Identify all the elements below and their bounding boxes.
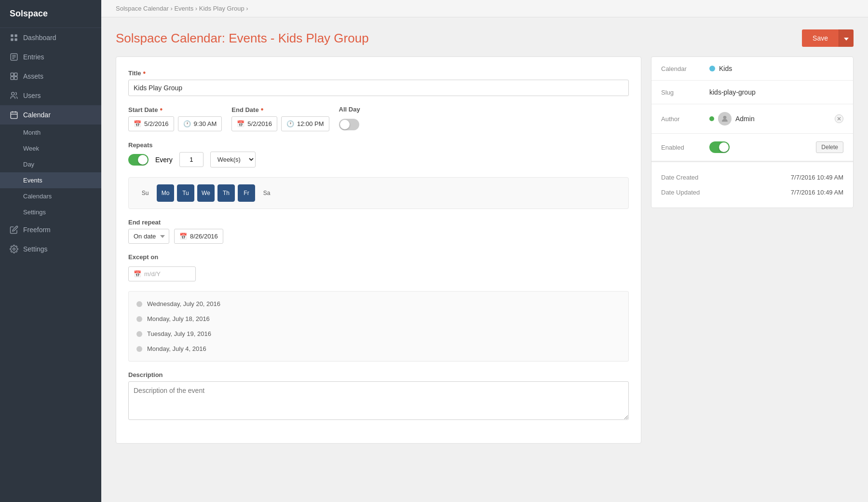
svg-rect-8 bbox=[11, 73, 14, 76]
repeats-toggle-knob bbox=[138, 155, 148, 165]
assets-icon bbox=[10, 72, 18, 81]
svg-rect-10 bbox=[11, 77, 14, 80]
exception-list: Wednesday, July 20, 2016 Monday, July 18… bbox=[128, 291, 629, 362]
svg-point-12 bbox=[12, 92, 14, 95]
sidebar-item-assets-label: Assets bbox=[23, 72, 43, 80]
slug-value: kids-play-group bbox=[709, 88, 843, 96]
end-repeat-date-value: 8/26/2016 bbox=[190, 233, 218, 240]
sidebar-item-calendar-label: Calendar bbox=[23, 111, 51, 119]
breadcrumb-part-1[interactable]: Solspace Calendar bbox=[116, 5, 169, 12]
side-row-slug: Slug kids-play-group bbox=[651, 81, 853, 104]
sidebar-item-calendar[interactable]: Calendar bbox=[0, 105, 101, 125]
svg-rect-13 bbox=[11, 112, 17, 119]
exception-date-0: Wednesday, July 20, 2016 bbox=[147, 300, 220, 307]
day-btn-tu[interactable]: Tu bbox=[177, 184, 194, 202]
repeats-row: Every Week(s) Day(s) Month(s) Year(s) bbox=[128, 152, 629, 167]
end-repeat-field-group: End repeat On date Never After 📅 8/26/20… bbox=[128, 219, 629, 244]
chevron-down-icon bbox=[844, 38, 849, 41]
end-date-field[interactable]: 📅 5/2/2016 bbox=[231, 116, 277, 131]
calendar-end-icon: 📅 bbox=[179, 233, 187, 240]
end-repeat-select[interactable]: On date Never After bbox=[128, 229, 169, 244]
svg-rect-2 bbox=[11, 39, 13, 41]
date-updated-value: 7/7/2016 10:49 AM bbox=[791, 189, 843, 196]
frequency-select[interactable]: Week(s) Day(s) Month(s) Year(s) bbox=[210, 152, 256, 167]
sidebar-item-freeform-label: Freeform bbox=[23, 226, 51, 234]
start-time-field[interactable]: 🕐 9:30 AM bbox=[178, 116, 222, 131]
day-btn-sa[interactable]: Sa bbox=[258, 184, 275, 202]
description-textarea[interactable] bbox=[128, 381, 629, 420]
calendar-icon bbox=[10, 111, 18, 119]
save-dropdown-arrow[interactable] bbox=[839, 29, 854, 47]
enabled-toggle[interactable] bbox=[709, 141, 730, 153]
side-panel: Calendar Kids Slug kids-play-group Autho… bbox=[651, 56, 854, 208]
sidebar-item-dashboard[interactable]: Dashboard bbox=[0, 28, 101, 47]
day-btn-th[interactable]: Th bbox=[217, 184, 235, 202]
every-input[interactable] bbox=[179, 152, 203, 167]
end-time-value: 12:00 PM bbox=[297, 120, 324, 127]
start-time-value: 9:30 AM bbox=[194, 120, 217, 127]
sidebar-item-assets[interactable]: Assets bbox=[0, 67, 101, 86]
day-btn-su[interactable]: Su bbox=[136, 184, 154, 202]
page-title: Solspace Calendar: Events - Kids Play Gr… bbox=[116, 31, 369, 46]
sidebar-item-entries-label: Entries bbox=[23, 53, 44, 61]
avatar bbox=[718, 112, 732, 126]
content-layout: Title • Start Date • 📅 bbox=[116, 56, 854, 444]
meta-section: Date Created 7/7/2016 10:49 AM Date Upda… bbox=[651, 162, 853, 208]
title-input[interactable] bbox=[128, 80, 629, 96]
description-label: Description bbox=[128, 371, 629, 378]
calendar-label: Calendar bbox=[661, 65, 709, 72]
required-indicator: • bbox=[143, 69, 146, 77]
end-time-field[interactable]: 🕐 12:00 PM bbox=[281, 116, 329, 131]
topbar: Solspace Calendar › Events › Kids Play G… bbox=[101, 0, 868, 17]
except-on-label: Except on bbox=[128, 253, 629, 261]
exception-item-1: Monday, July 18, 2016 bbox=[129, 311, 628, 326]
day-btn-mo[interactable]: Mo bbox=[157, 184, 174, 202]
enabled-label: Enabled bbox=[661, 144, 709, 151]
sidebar-sub-calendars[interactable]: Calendars bbox=[0, 188, 101, 204]
title-field-group: Title • bbox=[128, 69, 629, 96]
remove-author-button[interactable] bbox=[835, 114, 843, 123]
start-date-group: Start Date • 📅 5/2/2016 🕐 9:30 AM bbox=[128, 106, 222, 131]
users-icon bbox=[10, 91, 18, 100]
repeats-toggle[interactable] bbox=[128, 154, 149, 166]
every-label: Every bbox=[155, 156, 173, 164]
sidebar-item-settings-label: Settings bbox=[23, 245, 48, 253]
day-btn-fr[interactable]: Fr bbox=[238, 184, 255, 202]
sidebar-item-freeform[interactable]: Freeform bbox=[0, 220, 101, 239]
end-date-input-row: 📅 5/2/2016 🕐 12:00 PM bbox=[231, 116, 329, 131]
sidebar-sub-settings[interactable]: Settings bbox=[0, 204, 101, 220]
breadcrumb: Solspace Calendar › Events › Kids Play G… bbox=[116, 5, 248, 12]
except-on-section: Except on 📅 m/d/Y bbox=[128, 253, 629, 281]
except-on-field[interactable]: 📅 m/d/Y bbox=[128, 266, 196, 281]
day-btn-we[interactable]: We bbox=[197, 184, 215, 202]
author-label: Author bbox=[661, 115, 709, 123]
sidebar-sub-events[interactable]: Events bbox=[0, 172, 101, 188]
svg-rect-3 bbox=[15, 39, 17, 41]
exception-date-2: Tuesday, July 19, 2016 bbox=[147, 330, 211, 337]
breadcrumb-part-2[interactable]: Events bbox=[174, 5, 193, 12]
sidebar-item-entries[interactable]: Entries bbox=[0, 47, 101, 67]
start-date-field[interactable]: 📅 5/2/2016 bbox=[128, 116, 174, 131]
date-updated-row: Date Updated 7/7/2016 10:49 AM bbox=[661, 185, 843, 200]
page-header: Solspace Calendar: Events - Kids Play Gr… bbox=[116, 29, 854, 47]
calendar-name: Kids bbox=[719, 65, 732, 72]
start-required: • bbox=[160, 106, 163, 113]
dashboard-icon bbox=[10, 33, 18, 42]
toggle-knob bbox=[340, 120, 350, 129]
title-label: Title • bbox=[128, 69, 629, 77]
save-button[interactable]: Save bbox=[802, 29, 839, 47]
sidebar-item-users[interactable]: Users bbox=[0, 86, 101, 105]
sidebar-sub-day[interactable]: Day bbox=[0, 156, 101, 172]
side-row-enabled: Enabled Delete bbox=[651, 134, 853, 161]
sidebar-sub-month[interactable]: Month bbox=[0, 125, 101, 140]
online-status-dot bbox=[709, 116, 714, 121]
freeform-icon bbox=[10, 225, 18, 234]
sidebar-item-settings[interactable]: Settings bbox=[0, 239, 101, 259]
slug-label: Slug bbox=[661, 89, 709, 96]
all-day-toggle[interactable] bbox=[339, 119, 359, 130]
end-repeat-date-field[interactable]: 📅 8/26/2016 bbox=[174, 229, 223, 244]
date-created-value: 7/7/2016 10:49 AM bbox=[791, 174, 843, 181]
sidebar-sub-week[interactable]: Week bbox=[0, 140, 101, 156]
entries-icon bbox=[10, 53, 18, 61]
delete-button[interactable]: Delete bbox=[816, 141, 843, 153]
